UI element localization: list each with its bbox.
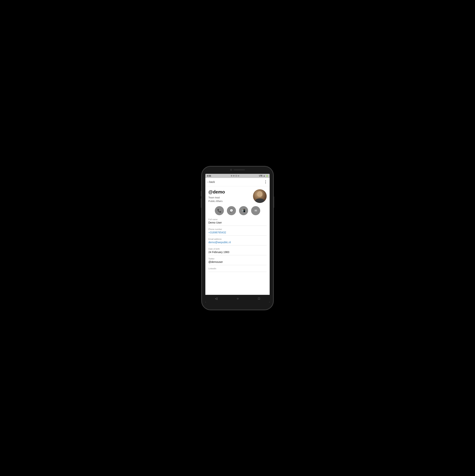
- back-nav-icon[interactable]: ◁: [215, 297, 217, 300]
- phone-frame: 4:55 ⚙ ⚙ Ⓐ ⊘ LTE ▲ 🔋 ‹ back ⋮: [202, 166, 273, 310]
- back-button[interactable]: ‹ back: [208, 180, 215, 184]
- fullname-label: Full name: [208, 218, 267, 221]
- profile-header: @demo Team lead Public Affairs: [208, 189, 267, 203]
- avatar-image: [253, 189, 267, 203]
- back-chevron-icon: ‹: [208, 180, 209, 184]
- status-bar: 4:55 ⚙ ⚙ Ⓐ ⊘ LTE ▲ 🔋: [205, 174, 270, 178]
- phone-label: Phone number: [208, 228, 267, 230]
- dob-value: 24 February 1983: [208, 251, 267, 255]
- gear-icon-2: ⚙: [233, 175, 235, 177]
- fullname-value: Demo User: [208, 221, 267, 226]
- status-icons: ⚙ ⚙ Ⓐ ⊘: [231, 174, 239, 177]
- linkedin-label: LinkedIn: [208, 267, 267, 270]
- email-icon: ✉: [254, 209, 257, 212]
- field-twitter: Twitter @demouser: [208, 257, 267, 265]
- speaker-grill: [234, 169, 245, 170]
- role-line1: Team lead: [208, 196, 220, 199]
- whatsapp-button[interactable]: 📲: [239, 206, 248, 215]
- email-value[interactable]: demo@wepublic.nl: [208, 241, 267, 245]
- vol-up-button[interactable]: [201, 191, 202, 197]
- more-options-button[interactable]: ⋮: [264, 180, 267, 184]
- profile-username: @demo: [208, 189, 253, 195]
- no-disturb-icon: ⊘: [238, 175, 239, 177]
- profile-role: Team lead Public Affairs: [208, 196, 253, 203]
- twitter-label: Twitter: [208, 257, 267, 260]
- battery-icon: 🔋: [266, 175, 268, 177]
- vol-down-button[interactable]: [201, 198, 202, 208]
- status-time: 4:55: [207, 175, 211, 177]
- fields-container: Full name Demo User Phone number +316987…: [208, 218, 267, 272]
- field-fullname: Full name Demo User: [208, 218, 267, 226]
- phone-screen: 4:55 ⚙ ⚙ Ⓐ ⊘ LTE ▲ 🔋 ‹ back ⋮: [205, 174, 270, 302]
- field-email: Email address demo@wepublic.nl: [208, 238, 267, 245]
- top-nav: ‹ back ⋮: [205, 178, 270, 186]
- power-button[interactable]: [273, 197, 274, 208]
- bottom-nav: ◁ ○ □: [205, 295, 270, 302]
- signal-icon: ▲: [263, 175, 265, 177]
- profile-info: @demo Team lead Public Affairs: [208, 189, 253, 203]
- phone-call-button[interactable]: 📞: [215, 206, 224, 215]
- email-label: Email address: [208, 238, 267, 240]
- field-linkedin: LinkedIn: [208, 267, 267, 272]
- gear-icon-1: ⚙: [231, 175, 232, 177]
- android-icon: Ⓐ: [235, 174, 237, 177]
- back-label: back: [209, 180, 215, 184]
- field-phone: Phone number +31698765432: [208, 228, 267, 236]
- chat-icon: 💬: [230, 209, 233, 212]
- profile-content: @demo Team lead Public Affairs 📞: [205, 186, 270, 295]
- twitter-value: @demouser: [208, 260, 267, 265]
- chat-button[interactable]: 💬: [227, 206, 236, 215]
- dob-label: Date of birth: [208, 248, 267, 250]
- whatsapp-icon: 📲: [242, 209, 245, 212]
- phone-icon: 📞: [217, 209, 221, 213]
- status-right: LTE ▲ 🔋: [259, 175, 268, 177]
- role-line2: Public Affairs: [208, 200, 222, 203]
- action-buttons: 📞 💬 📲 ✉: [208, 206, 267, 215]
- avatar: [253, 189, 267, 203]
- lte-label: LTE: [259, 175, 262, 177]
- phone-value[interactable]: +31698765432: [208, 231, 267, 236]
- linkedin-value: [208, 270, 267, 272]
- recents-nav-icon[interactable]: □: [258, 297, 260, 300]
- field-dob: Date of birth 24 February 1983: [208, 248, 267, 255]
- avatar-face: [253, 189, 267, 203]
- phone-top: [230, 169, 245, 171]
- email-button[interactable]: ✉: [251, 206, 260, 215]
- home-nav-icon[interactable]: ○: [237, 297, 239, 300]
- front-camera: [230, 169, 232, 171]
